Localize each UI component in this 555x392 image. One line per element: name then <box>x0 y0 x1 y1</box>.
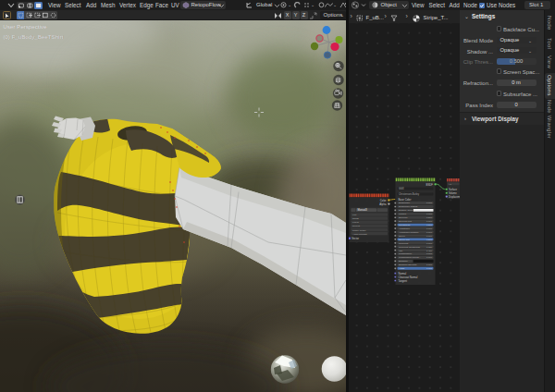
svg-text:Volume: Volume <box>449 190 457 194</box>
svg-text:Normal: Normal <box>398 271 406 275</box>
svg-text:All: All <box>449 182 451 185</box>
svg-text:0.500: 0.500 <box>426 216 433 219</box>
svg-text:Specular: Specular <box>399 216 408 219</box>
svg-text:Alpha: Alpha <box>399 267 405 270</box>
svg-text:Tangent: Tangent <box>398 278 407 282</box>
svg-text:0.000: 0.000 <box>426 220 433 223</box>
svg-text:Clearcoat Normal: Clearcoat Normal <box>398 275 417 278</box>
svg-text:Flat: Flat <box>352 214 356 216</box>
svg-text:Subsurface: Subsurface <box>399 202 411 204</box>
svg-text:Subsurface Radius: Subsurface Radius <box>399 205 418 208</box>
svg-text:sRGB: sRGB <box>352 217 359 220</box>
svg-text:Single Image: Single Image <box>352 228 366 231</box>
svg-text:0.500: 0.500 <box>426 224 433 227</box>
svg-text:Sheen Tint: Sheen Tint <box>399 238 410 240</box>
svg-text:Emission: Emission <box>399 260 408 263</box>
svg-text:Roughness: Roughness <box>399 224 411 227</box>
svg-text:Metallic: Metallic <box>399 213 407 215</box>
svg-text:Transmission: Transmission <box>399 252 413 255</box>
svg-text:Anisotropic: Anisotropic <box>399 227 411 229</box>
svg-text:Subsurf. Color: Subsurf. Color <box>399 209 413 212</box>
svg-text:Transmission Rough...: Transmission Rough... <box>399 256 421 259</box>
svg-text:Emission Strength: Emission Strength <box>399 263 417 266</box>
svg-text:1.000: 1.000 <box>426 267 433 270</box>
svg-text:Manual3: Manual3 <box>357 208 367 212</box>
svg-text:IOR: IOR <box>399 249 403 251</box>
svg-text:0.000: 0.000 <box>426 227 433 229</box>
svg-text:Anisotropic Rotation: Anisotropic Rotation <box>399 230 419 233</box>
svg-text:Sheen: Sheen <box>399 234 406 237</box>
svg-text:1.450: 1.450 <box>426 249 433 251</box>
svg-text:0.000: 0.000 <box>426 252 433 255</box>
svg-text:Surface: Surface <box>449 187 457 190</box>
svg-text:User Perspective: User Perspective <box>4 23 48 30</box>
svg-text:0.500: 0.500 <box>426 238 433 240</box>
svg-text:Specular Tint: Specular Tint <box>399 220 412 223</box>
svg-text:0.000: 0.000 <box>426 202 433 204</box>
svg-text:(0) F_uBody_BeeTShirt: (0) F_uBody_BeeTShirt <box>4 33 64 40</box>
svg-text:Christensen-Burley: Christensen-Burley <box>399 191 420 195</box>
svg-text:Clearcoat: Clearcoat <box>399 241 409 244</box>
svg-text:Clearcoat Roughness: Clearcoat Roughness <box>399 245 421 248</box>
svg-text:0.000: 0.000 <box>426 213 433 215</box>
svg-text:0.000: 0.000 <box>426 241 433 244</box>
svg-text:0.000: 0.000 <box>426 234 433 237</box>
svg-text:Linear: Linear <box>352 221 359 224</box>
svg-text:Displacem...: Displacem... <box>449 194 461 198</box>
svg-text:BSDF: BSDF <box>426 182 433 186</box>
svg-text:1.000: 1.000 <box>426 263 433 266</box>
svg-text:Repeat: Repeat <box>352 225 360 227</box>
svg-text:Alpha: Alpha <box>379 202 387 205</box>
svg-text:GGX: GGX <box>399 187 404 190</box>
svg-text:0.030: 0.030 <box>426 245 433 248</box>
svg-text:0.000: 0.000 <box>426 256 433 259</box>
svg-text:Base Color: Base Color <box>398 197 411 201</box>
svg-text:0.000: 0.000 <box>426 230 433 233</box>
svg-text:Vector: Vector <box>352 236 359 239</box>
svg-text:Alpha Straight: Alpha Straight <box>352 232 367 235</box>
